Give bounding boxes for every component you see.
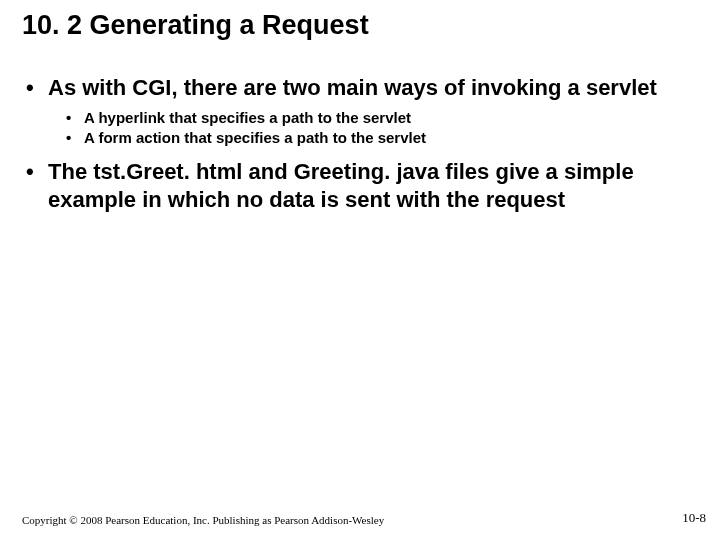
footer-copyright: Copyright © 2008 Pearson Education, Inc.… bbox=[22, 514, 384, 526]
bullet-text: As with CGI, there are two main ways of … bbox=[48, 75, 657, 100]
slide-title: 10. 2 Generating a Request bbox=[22, 10, 369, 41]
bullet-list-level2: A hyperlink that specifies a path to the… bbox=[48, 108, 698, 149]
sub-bullet-item: A hyperlink that specifies a path to the… bbox=[62, 108, 698, 128]
bullet-item: As with CGI, there are two main ways of … bbox=[22, 74, 698, 148]
bullet-text: The tst.Greet. html and Greeting. java f… bbox=[48, 159, 634, 212]
bullet-list-level1: As with CGI, there are two main ways of … bbox=[22, 74, 698, 213]
slide-body: As with CGI, there are two main ways of … bbox=[22, 74, 698, 221]
footer-page-number: 10-8 bbox=[682, 510, 706, 526]
slide: 10. 2 Generating a Request As with CGI, … bbox=[0, 0, 720, 540]
sub-bullet-item: A form action that specifies a path to t… bbox=[62, 128, 698, 148]
bullet-item: The tst.Greet. html and Greeting. java f… bbox=[22, 158, 698, 213]
